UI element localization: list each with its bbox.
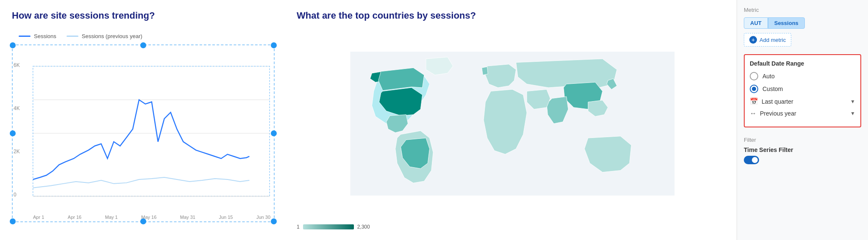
- time-series-toggle-row: [744, 156, 861, 164]
- map-title: What are the top countries by sessions?: [297, 10, 728, 21]
- x-label-apr1: Apr 1: [33, 215, 44, 220]
- line-chart-svg: [13, 45, 274, 221]
- plus-icon: +: [749, 36, 757, 44]
- metric-tags-row: AUT Sessions: [744, 17, 861, 29]
- x-label-may1: May 1: [105, 215, 118, 220]
- chart-legend: Sessions Sessions (previous year): [12, 28, 276, 44]
- map-legend-min: 1: [297, 224, 300, 230]
- last-quarter-select[interactable]: Last quarter ▼: [762, 98, 855, 105]
- x-axis-labels: Apr 1 Apr 16 May 1 May 16 May 31 Jun 15 …: [33, 215, 270, 220]
- previous-year-label: Previous year: [760, 110, 796, 117]
- map-legend-max: 2,300: [357, 224, 370, 230]
- world-map: [297, 52, 728, 196]
- sessions-prev-label: Sessions (previous year): [82, 33, 142, 39]
- calendar-icon: 📅: [750, 97, 758, 105]
- x-label-jun15: Jun 15: [219, 215, 233, 220]
- auto-radio-row[interactable]: Auto: [750, 72, 855, 80]
- metric-tag-sessions[interactable]: Sessions: [768, 17, 805, 29]
- custom-label: Custom: [762, 86, 783, 92]
- map-gradient-bar: [303, 224, 354, 229]
- map-legend: 1 2,300: [297, 224, 728, 230]
- legend-sessions: Sessions: [19, 33, 56, 39]
- time-series-filter-label: Time Series Filter: [744, 146, 861, 153]
- auto-radio-button[interactable]: [750, 72, 758, 80]
- filter-section: Filter Time Series Filter: [744, 135, 861, 164]
- auto-label: Auto: [762, 73, 775, 80]
- legend-sessions-prev: Sessions (previous year): [67, 33, 142, 39]
- previous-year-row[interactable]: ↔ Previous year ▼: [750, 110, 855, 117]
- left-panel: How are site sessions trending? Sessions…: [0, 0, 288, 240]
- svg-rect-4: [33, 66, 270, 196]
- custom-radio-button[interactable]: [750, 85, 758, 93]
- right-panel: Metric AUT Sessions + Add metric Default…: [737, 0, 868, 240]
- last-quarter-chevron-icon: ▼: [850, 99, 855, 105]
- last-quarter-label: Last quarter: [762, 98, 793, 105]
- date-range-box: Default Date Range Auto Custom 📅 Last qu…: [744, 54, 861, 127]
- sessions-prev-line-icon: [67, 36, 78, 37]
- x-label-apr16: Apr 16: [68, 215, 81, 220]
- previous-year-chevron-icon: ▼: [850, 110, 855, 116]
- x-label-jun30: Jun 30: [256, 215, 270, 220]
- middle-panel: What are the top countries by sessions?: [288, 0, 737, 240]
- chart-area[interactable]: 6K 4K 2K 0 Apr 1 Apr 16 May 1 M: [12, 44, 275, 222]
- sessions-line-icon: [19, 36, 31, 37]
- chart-title: How are site sessions trending?: [12, 10, 276, 21]
- metric-tag-aut[interactable]: AUT: [744, 17, 768, 29]
- x-label-may31: May 31: [180, 215, 195, 220]
- time-series-toggle[interactable]: [744, 156, 759, 164]
- last-quarter-row[interactable]: 📅 Last quarter ▼: [750, 97, 855, 105]
- x-label-may16: May 16: [141, 215, 156, 220]
- previous-year-select[interactable]: Previous year ▼: [760, 110, 855, 117]
- compare-icon: ↔: [750, 110, 757, 117]
- date-range-title: Default Date Range: [750, 60, 855, 67]
- sessions-label: Sessions: [34, 33, 56, 39]
- add-metric-button[interactable]: + Add metric: [744, 33, 791, 47]
- filter-section-label: Filter: [744, 137, 861, 143]
- metric-section-label: Metric: [744, 7, 861, 13]
- custom-radio-row[interactable]: Custom: [750, 85, 855, 93]
- map-container: [297, 26, 728, 221]
- add-metric-label: Add metric: [760, 37, 786, 43]
